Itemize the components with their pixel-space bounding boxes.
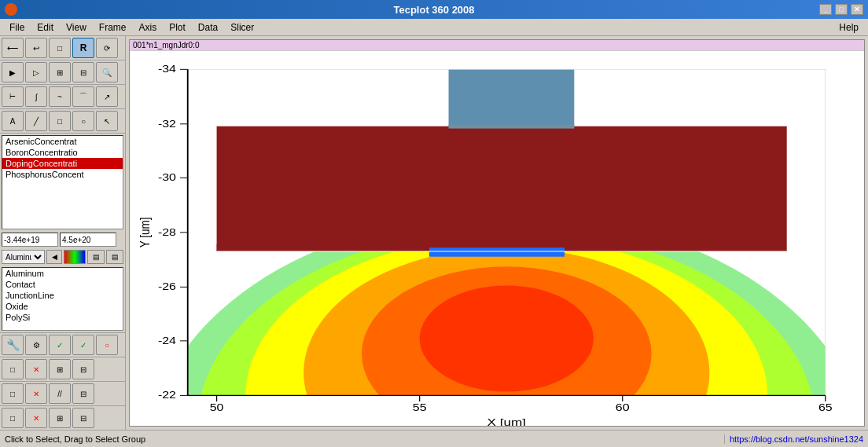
- frame-title: 001*n1_mgnJdr0:0: [130, 40, 864, 51]
- back-button[interactable]: ⟵: [2, 38, 24, 58]
- menu-axis[interactable]: Axis: [133, 20, 164, 35]
- main-layout: ⟵ ↩ □ R ⟳ ▶ ▷ ⊞ ⊟ 🔍 ⊢ ∫ ~ ⌒ ↗ A ╱ □ ○: [0, 36, 868, 430]
- svg-text:60: 60: [616, 401, 630, 412]
- svg-text:-24: -24: [158, 335, 176, 346]
- integral-button[interactable]: ∫: [25, 86, 47, 107]
- svg-text:Y [um]: Y [um]: [137, 217, 152, 247]
- zone-row: AluminumContactJunctionLineOxidePolySi ◀…: [0, 248, 125, 266]
- bt3-4[interactable]: ⊟: [72, 383, 94, 404]
- ellipse-button[interactable]: ○: [72, 111, 94, 131]
- bt2-4[interactable]: ⊟: [72, 359, 94, 379]
- svg-text:-32: -32: [158, 118, 176, 129]
- zone-oxide[interactable]: Oxide: [2, 301, 123, 312]
- menubar: File Edit View Frame Axis Plot Data Slic…: [0, 19, 868, 36]
- var-boron[interactable]: BoronConcentratio: [2, 147, 123, 158]
- menu-frame[interactable]: Frame: [93, 20, 133, 35]
- play-button[interactable]: ▶: [2, 62, 24, 82]
- zone-icon-2[interactable]: ▤: [106, 250, 123, 264]
- svg-rect-9: [217, 126, 787, 251]
- minimize-button[interactable]: _: [819, 4, 832, 15]
- chart-area[interactable]: 50 55 60 65 X [um] -34 -32: [130, 54, 864, 426]
- rect-button[interactable]: □: [49, 111, 71, 131]
- maximize-button[interactable]: □: [835, 4, 848, 15]
- zone-polysi[interactable]: PolySi: [2, 312, 123, 323]
- bt4-4[interactable]: ⊟: [72, 408, 94, 428]
- zone-icon-1[interactable]: ▤: [87, 250, 105, 264]
- bt1-4[interactable]: ✓: [72, 335, 94, 355]
- bt3-2[interactable]: ✕: [25, 383, 47, 404]
- statusbar: Click to Select, Drag to Select Group ht…: [0, 430, 868, 447]
- step-button[interactable]: ▷: [25, 62, 47, 82]
- toolbar-row-1: ⟵ ↩ □ R ⟳: [0, 36, 125, 60]
- bottom-tools-3: □ ✕ // ⊟: [0, 381, 125, 405]
- plot-area: 001*n1_mgnJdr0:0 2: [126, 36, 868, 430]
- arc-button[interactable]: ⌒: [72, 86, 94, 107]
- bt2-1[interactable]: □: [2, 359, 24, 379]
- bottom-tools-2: □ ✕ ⊞ ⊟: [0, 357, 125, 381]
- undo-button[interactable]: ↩: [25, 38, 47, 58]
- menu-data[interactable]: Data: [192, 20, 224, 35]
- variable-list[interactable]: ArsenicConcentrat BoronConcentratio Dopi…: [2, 135, 123, 229]
- menu-view[interactable]: View: [60, 20, 93, 35]
- bt1-1[interactable]: 🔧: [2, 335, 24, 355]
- arrow-button[interactable]: ↗: [96, 86, 118, 107]
- menu-help[interactable]: Help: [833, 20, 865, 35]
- text-button[interactable]: A: [2, 111, 24, 131]
- var-arsenic[interactable]: ArsenicConcentrat: [2, 136, 123, 147]
- bt4-3[interactable]: ⊞: [49, 408, 71, 428]
- bt1-3[interactable]: ✓: [49, 335, 71, 355]
- bt2-3[interactable]: ⊞: [49, 359, 71, 379]
- window-title: Tecplot 360 2008: [393, 4, 474, 16]
- toolbar-row-3: ⊢ ∫ ~ ⌒ ↗: [0, 85, 125, 109]
- svg-point-8: [420, 285, 594, 391]
- line-button[interactable]: ╱: [25, 111, 47, 131]
- svg-text:65: 65: [818, 401, 833, 412]
- wave-button[interactable]: ~: [49, 86, 71, 107]
- zone-select[interactable]: AluminumContactJunctionLineOxidePolySi: [2, 250, 45, 264]
- window-controls[interactable]: _ □ ✕: [819, 4, 863, 15]
- toolbar-row-2: ▶ ▷ ⊞ ⊟ 🔍: [0, 60, 125, 85]
- y-coord-input[interactable]: [60, 233, 116, 247]
- svg-text:50: 50: [210, 401, 224, 412]
- var-phosphorus[interactable]: PhosphorusConcent: [2, 169, 123, 180]
- redraw-button[interactable]: R: [72, 38, 94, 58]
- bt4-1[interactable]: □: [2, 408, 24, 428]
- bottom-tools-1: 🔧 ⚙ ✓ ✓ ○: [0, 332, 125, 357]
- grid-button[interactable]: ⊞: [49, 62, 71, 82]
- zone-contact[interactable]: Contact: [2, 279, 123, 290]
- zone-list[interactable]: Aluminum Contact JunctionLine Oxide Poly…: [2, 267, 123, 331]
- svg-rect-12: [429, 247, 565, 257]
- zone-aluminum[interactable]: Aluminum: [2, 268, 123, 279]
- svg-text:-26: -26: [158, 281, 176, 292]
- zoom-in-button[interactable]: ⊟: [72, 62, 94, 82]
- var-doping[interactable]: DopingConcentrati: [2, 158, 123, 169]
- svg-text:-30: -30: [158, 172, 176, 183]
- bt3-3[interactable]: //: [49, 383, 71, 404]
- toolbar-row-4: A ╱ □ ○ ↖: [0, 109, 125, 134]
- menu-plot[interactable]: Plot: [163, 20, 192, 35]
- left-panel: ⟵ ↩ □ R ⟳ ▶ ▷ ⊞ ⊟ 🔍 ⊢ ∫ ~ ⌒ ↗ A ╱ □ ○: [0, 36, 126, 430]
- search-button[interactable]: 🔍: [96, 62, 118, 82]
- titlebar: Tecplot 360 2008 _ □ ✕: [0, 0, 868, 19]
- refresh-button[interactable]: ⟳: [96, 38, 118, 58]
- zone-junctionline[interactable]: JunctionLine: [2, 290, 123, 301]
- svg-rect-11: [449, 125, 575, 129]
- frame-button[interactable]: □: [49, 38, 71, 58]
- close-button[interactable]: ✕: [851, 4, 863, 15]
- zone-prev-button[interactable]: ◀: [46, 250, 62, 264]
- bt1-5[interactable]: ○: [96, 335, 118, 355]
- menu-slicer[interactable]: Slicer: [224, 20, 260, 35]
- select-button[interactable]: ↖: [96, 111, 118, 131]
- bt3-1[interactable]: □: [2, 383, 24, 404]
- menu-edit[interactable]: Edit: [31, 20, 60, 35]
- coords-row: [0, 231, 125, 248]
- ruler-button[interactable]: ⊢: [2, 86, 24, 107]
- bottom-tools-4: □ ✕ ⊞ ⊟: [0, 405, 125, 430]
- bt2-2[interactable]: ✕: [25, 359, 47, 379]
- svg-text:55: 55: [413, 401, 427, 412]
- bt4-2[interactable]: ✕: [25, 408, 47, 428]
- bt1-2[interactable]: ⚙: [25, 335, 47, 355]
- app-icon: [5, 3, 17, 16]
- x-coord-input[interactable]: [2, 233, 58, 247]
- menu-file[interactable]: File: [3, 20, 31, 35]
